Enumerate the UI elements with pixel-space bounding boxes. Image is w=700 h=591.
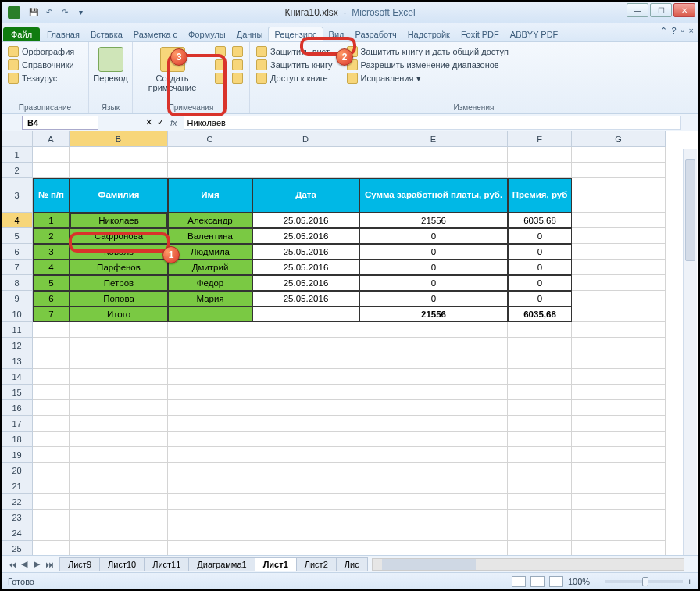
row-header[interactable]: 17 (2, 416, 33, 432)
col-header-b[interactable]: B (70, 131, 168, 147)
protect-book-button[interactable]: Защитить книгу (255, 59, 334, 71)
row-header[interactable]: 15 (2, 385, 33, 400)
tab-formulas[interactable]: Формулы (183, 27, 231, 41)
table-cell[interactable]: 0 (508, 244, 572, 260)
sheet-nav-last-icon[interactable]: ⏭ (44, 559, 55, 570)
tab-review[interactable]: Рецензирс (268, 27, 323, 41)
row-header[interactable]: 13 (2, 353, 33, 369)
table-cell[interactable]: 0 (359, 275, 508, 291)
tab-view[interactable]: Вид (323, 27, 350, 41)
table-cell[interactable]: Коваль (70, 244, 168, 260)
table-cell[interactable]: Попова (70, 291, 168, 306)
show-comment-button[interactable] (230, 45, 245, 58)
protect-sheet-button[interactable]: Защитить лист (255, 45, 334, 58)
table-cell[interactable] (252, 306, 359, 322)
col-header-a[interactable]: A (33, 131, 70, 147)
tab-layout[interactable]: Разметка с (128, 27, 183, 41)
row-header[interactable]: 4 (2, 213, 33, 228)
table-cell[interactable]: 0 (359, 228, 508, 244)
minimize-button[interactable]: — (627, 3, 648, 17)
reference-button[interactable]: Справочники (6, 59, 84, 71)
table-cell[interactable]: 21556 (359, 306, 508, 322)
table-header[interactable]: Сумма заработной платы, руб. (359, 178, 508, 213)
tab-abbyy[interactable]: ABBYY PDF (505, 27, 564, 41)
table-header[interactable]: Дата (252, 178, 359, 213)
name-box[interactable]: B4 (22, 116, 98, 130)
sheet-nav-next-icon[interactable]: ▶ (31, 559, 42, 570)
tab-file[interactable]: Файл (3, 27, 40, 41)
table-cell[interactable]: 3 (33, 244, 70, 260)
help-icon[interactable]: ? (672, 26, 677, 36)
row-header[interactable]: 22 (2, 494, 33, 510)
col-header-f[interactable]: F (508, 131, 572, 147)
table-cell[interactable]: 0 (508, 228, 572, 244)
enter-icon[interactable]: ✓ (157, 117, 164, 127)
share-book-button[interactable]: Доступ к книге (255, 72, 334, 84)
sheet-tab[interactable]: Лист1 (255, 557, 297, 571)
table-cell[interactable]: 0 (359, 260, 508, 275)
table-cell[interactable]: Федор (168, 275, 252, 291)
table-cell[interactable]: 6035,68 (508, 213, 572, 228)
row-header[interactable]: 14 (2, 369, 33, 385)
row-header[interactable]: 6 (2, 244, 33, 260)
table-cell[interactable]: 0 (508, 260, 572, 275)
table-cell[interactable] (168, 306, 252, 322)
tab-insert[interactable]: Вставка (85, 27, 128, 41)
table-cell[interactable]: 25.05.2016 (252, 260, 359, 275)
table-cell[interactable]: Николаев (70, 213, 168, 228)
select-all-corner[interactable] (2, 131, 33, 147)
table-cell[interactable]: 6 (33, 291, 70, 306)
table-cell[interactable]: Александр (168, 213, 252, 228)
tab-foxit[interactable]: Foxit PDF (455, 27, 505, 41)
show-all-button[interactable] (230, 59, 245, 71)
sheet-tab[interactable]: Лис (336, 557, 368, 571)
zoom-in-icon[interactable]: + (688, 577, 692, 586)
spelling-button[interactable]: Орфография (6, 45, 84, 58)
tab-developer[interactable]: Разработч (349, 27, 402, 41)
table-cell[interactable]: 25.05.2016 (252, 275, 359, 291)
row-header[interactable]: 23 (2, 510, 33, 525)
row-header[interactable]: 18 (2, 432, 33, 447)
sheet-tab[interactable]: Диаграмма1 (188, 557, 255, 571)
table-cell[interactable]: 7 (33, 306, 70, 322)
row-header[interactable]: 2 (2, 163, 33, 178)
table-cell[interactable]: 25.05.2016 (252, 228, 359, 244)
row-header[interactable]: 9 (2, 291, 33, 306)
show-ink-button[interactable] (230, 72, 245, 84)
table-cell[interactable]: 25.05.2016 (252, 213, 359, 228)
table-cell[interactable]: Дмитрий (168, 260, 252, 275)
minimize-ribbon-icon[interactable]: ⌃ (660, 26, 667, 36)
table-cell[interactable]: Сафронова (70, 228, 168, 244)
table-cell[interactable]: 6035,68 (508, 306, 572, 322)
delete-comment-button[interactable] (213, 45, 227, 58)
table-cell[interactable]: 2 (33, 228, 70, 244)
sheet-tab[interactable]: Лист10 (99, 557, 145, 571)
view-break-button[interactable] (549, 576, 563, 587)
undo-icon[interactable]: ↶ (42, 5, 56, 20)
tab-data[interactable]: Данны (231, 27, 269, 41)
row-header[interactable]: 1 (2, 147, 33, 163)
table-cell[interactable]: Итого (70, 306, 168, 322)
zoom-level[interactable]: 100% (568, 577, 590, 586)
redo-icon[interactable]: ↷ (58, 5, 72, 20)
zoom-slider[interactable] (605, 580, 683, 583)
row-header[interactable]: 19 (2, 447, 33, 463)
row-header[interactable]: 24 (2, 525, 33, 541)
save-icon[interactable]: 💾 (27, 5, 41, 20)
fx-icon[interactable]: fx (170, 118, 177, 127)
table-cell[interactable]: 0 (508, 291, 572, 306)
row-header[interactable]: 16 (2, 400, 33, 416)
table-header[interactable]: № п/п (33, 178, 70, 213)
close-button[interactable]: ✕ (673, 3, 695, 17)
qat-more-icon[interactable]: ▾ (73, 5, 88, 20)
table-cell[interactable]: Валентина (168, 228, 252, 244)
table-cell[interactable]: 25.05.2016 (252, 244, 359, 260)
table-cell[interactable]: Петров (70, 275, 168, 291)
table-cell[interactable]: Мария (168, 291, 252, 306)
view-layout-button[interactable] (530, 576, 545, 587)
col-header-g[interactable]: G (572, 131, 666, 147)
row-header[interactable]: 12 (2, 338, 33, 353)
view-normal-button[interactable] (512, 576, 526, 587)
sheet-tab[interactable]: Лист9 (59, 557, 100, 571)
sheet-tab[interactable]: Лист2 (296, 557, 337, 571)
